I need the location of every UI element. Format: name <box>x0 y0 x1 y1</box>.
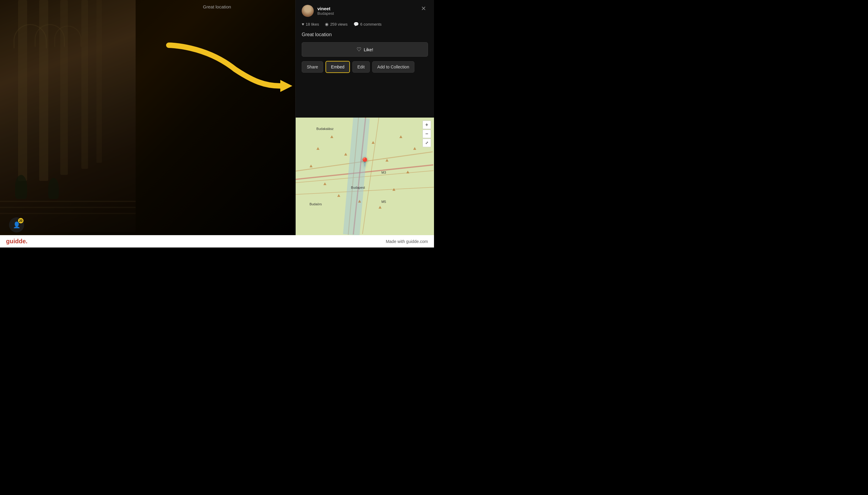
guidde-logo-text: guidde. <box>6 238 28 245</box>
avatar[interactable] <box>302 5 314 17</box>
map-marker: 📍 <box>360 157 370 167</box>
page-title: Great location <box>172 4 262 9</box>
zoom-in-button[interactable]: + <box>422 121 431 129</box>
guidde-logo: guidde. <box>6 238 28 245</box>
user-location: Budapest <box>317 11 334 16</box>
fullscreen-button[interactable]: ⤢ <box>422 139 431 147</box>
action-buttons: Share Embed Edit Add to Collection <box>296 61 434 77</box>
comments-stat: 💬 6 comments <box>353 22 382 27</box>
close-button[interactable]: ✕ <box>419 5 428 12</box>
username: vineet <box>317 6 334 11</box>
map-label-budaors: Budaörs <box>310 202 322 206</box>
map-label-budakalasz: Budakalász <box>316 127 334 131</box>
panorama-area <box>0 0 295 235</box>
map-label-m5: M5 <box>382 200 386 204</box>
right-panel: vineet Budapest ✕ ♥ 18 likes ◉ 259 views… <box>295 0 434 235</box>
photo-title: Great location <box>296 31 434 42</box>
like-heart-icon: ♡ <box>357 46 361 53</box>
map-label-m3: M3 <box>382 171 386 174</box>
map-controls: + − ⤢ <box>422 121 431 147</box>
panel-header: vineet Budapest ✕ <box>296 0 434 22</box>
eye-icon: ◉ <box>325 22 329 27</box>
map-area[interactable]: Budakalász Budapest Budaörs M3 M5 📍 + − … <box>296 118 434 235</box>
like-button[interactable]: ♡ Like! <box>302 42 428 57</box>
bottom-bar-tagline: Made with guidde.com <box>386 239 428 244</box>
notification-count: 20 <box>18 218 23 223</box>
zoom-out-button[interactable]: − <box>422 130 431 138</box>
stats-row: ♥ 18 likes ◉ 259 views 💬 6 comments <box>296 22 434 31</box>
views-count: 259 views <box>330 22 347 27</box>
likes-stat: ♥ 18 likes <box>302 22 319 27</box>
views-stat: ◉ 259 views <box>325 22 347 27</box>
edit-button[interactable]: Edit <box>352 61 370 73</box>
user-text: vineet Budapest <box>317 6 334 16</box>
notification-badge[interactable]: 👤 20 <box>9 217 24 233</box>
comments-count: 6 comments <box>360 22 382 27</box>
map-background: Budakalász Budapest Budaörs M3 M5 📍 + − … <box>296 118 434 235</box>
comment-icon: 💬 <box>353 22 359 27</box>
user-info: vineet Budapest <box>302 5 334 17</box>
map-label-budapest: Budapest <box>351 186 365 189</box>
like-label: Like! <box>364 47 374 52</box>
embed-button[interactable]: Embed <box>326 61 350 73</box>
heart-icon: ♥ <box>302 22 304 27</box>
share-button[interactable]: Share <box>302 61 323 73</box>
likes-count: 18 likes <box>306 22 319 27</box>
bottom-bar: guidde. Made with guidde.com <box>0 235 434 248</box>
add-to-collection-button[interactable]: Add to Collection <box>372 61 414 73</box>
